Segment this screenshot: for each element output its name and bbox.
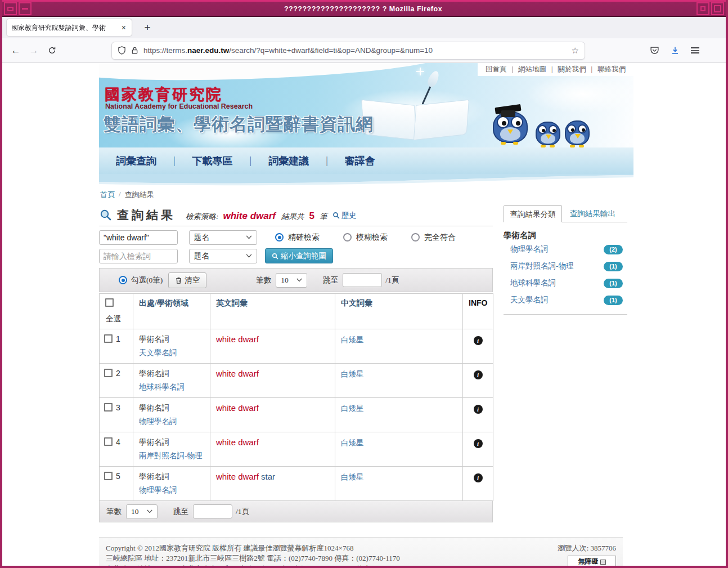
radio-precise[interactable]: 精確檢索 (275, 232, 320, 243)
select-all-checkbox[interactable] (105, 298, 114, 307)
close-icon (714, 5, 721, 12)
naer-logo[interactable]: 國家教育研究院 (105, 84, 223, 105)
jump-page-input-bottom[interactable] (193, 504, 232, 518)
chinese-term-link[interactable]: 白矮星 (341, 404, 364, 413)
history-search-icon (332, 212, 340, 219)
link-home[interactable]: 回首頁 (486, 65, 507, 74)
chinese-term-link[interactable]: 白矮星 (341, 473, 364, 481)
radio-exact-icon[interactable] (411, 233, 420, 241)
url-bar[interactable]: https://terms.naer.edu.tw/search/?q=whit… (111, 42, 585, 60)
accessibility-badge[interactable]: 無障礙 A⁺ccessibility (568, 556, 616, 566)
english-term-link[interactable]: white dwarf (216, 437, 259, 447)
pocket-icon[interactable] (650, 46, 659, 55)
radio-fuzzy[interactable]: 模糊檢索 (343, 232, 388, 243)
per-page-select[interactable]: 10 (276, 273, 307, 288)
copyright: Copyright © 2012國家教育研究院 版權所有 建議最佳瀏覽螢幕解析度… (106, 543, 616, 553)
link-contact[interactable]: 聯絡我們 (597, 65, 626, 74)
narrow-search-button[interactable]: 縮小查詢範圍 (265, 248, 333, 263)
jump-page-input[interactable] (343, 273, 382, 287)
english-term-link[interactable]: white dwarf (216, 369, 259, 378)
info-icon[interactable]: i (474, 405, 483, 414)
main-nav: 詞彙查詢 | 下載專區 | 詞彙建議 | 審譯會 (99, 147, 633, 174)
sidebar-item-earth-science[interactable]: 地球科學名詞 (1) (504, 275, 627, 292)
row-checkbox[interactable] (104, 369, 113, 377)
info-icon[interactable]: i (474, 439, 483, 448)
accessibility-window-icon (600, 560, 606, 565)
table-row: 2 學術名詞地球科學名詞 white dwarf 白矮星 i (100, 364, 493, 398)
lock-icon[interactable] (131, 46, 138, 55)
reload-icon (48, 46, 56, 55)
history-link[interactable]: 歷史 (332, 211, 356, 221)
row-checkbox[interactable] (104, 334, 113, 343)
tracking-shield-icon[interactable] (118, 46, 126, 55)
per-page-select-bottom[interactable]: 10 (126, 504, 158, 519)
narrow-term-input[interactable] (99, 249, 178, 263)
forward-button[interactable]: → (25, 45, 43, 56)
nav-downloads[interactable]: 下載專區 (192, 154, 233, 168)
chevron-down-icon (246, 254, 252, 258)
tab-result-export[interactable]: 查詢結果輸出 (570, 205, 615, 222)
row-checkbox[interactable] (104, 403, 113, 412)
sidebar-item-cross-strait-physics[interactable]: 兩岸對照名詞-物理 (1) (504, 258, 627, 275)
breadcrumb-home[interactable]: 首頁 (100, 190, 115, 200)
tab-result-categories[interactable]: 查詢結果分類 (504, 205, 562, 222)
site-title: 雙語詞彙、學術名詞暨辭書資訊網 (104, 113, 374, 136)
sidebar-item-physics[interactable]: 物理學名詞 (2) (504, 241, 627, 258)
category-link[interactable]: 天文學名詞 (139, 348, 204, 358)
chinese-term-link[interactable]: 白矮星 (341, 370, 364, 378)
radio-fuzzy-icon[interactable] (343, 233, 352, 241)
nav-term-suggestion[interactable]: 詞彙建議 (268, 154, 309, 168)
info-icon[interactable]: i (474, 370, 483, 379)
tab-close-icon[interactable]: × (120, 23, 127, 32)
window-titlebar: ????????????????????? ? Mozilla Firefox (2, 0, 726, 17)
field-select-2[interactable]: 題名 (189, 249, 257, 263)
nav-term-search[interactable]: 詞彙查詢 (116, 154, 156, 168)
window-maximize-button[interactable] (696, 2, 709, 15)
english-term-link[interactable]: white dwarf (216, 403, 259, 413)
browser-tab[interactable]: 國家教育研究院雙語詞彙、學術 × (7, 19, 132, 36)
strategy-label: 檢索策略: (186, 212, 219, 222)
minimize-icon (22, 8, 28, 10)
clear-button[interactable]: 清空 (168, 272, 206, 288)
english-term-link[interactable]: white dwarf (216, 334, 259, 344)
link-about[interactable]: 關於我們 (558, 65, 586, 74)
link-sitemap[interactable]: 網站地圖 (518, 65, 546, 74)
owl-graduate-mascot (493, 107, 530, 145)
wave-divider (99, 174, 633, 187)
category-link[interactable]: 地球科學名詞 (139, 382, 204, 392)
field-select-1[interactable]: 題名 (189, 230, 257, 245)
naer-logo-en: National Academy for Educational Researc… (105, 102, 253, 110)
radio-exact[interactable]: 完全符合 (411, 232, 456, 243)
info-icon[interactable]: i (474, 473, 483, 482)
window-close-button[interactable] (711, 2, 724, 15)
count-badge: (1) (604, 262, 623, 271)
address-line: 臺北院區 地址：106011臺北市大安區和平東路一段179號 電話：(02)77… (106, 564, 616, 566)
sidebar-item-astronomy[interactable]: 天文學名詞 (1) (504, 292, 627, 308)
radio-precise-icon[interactable] (275, 233, 284, 241)
downloads-icon[interactable] (671, 46, 680, 55)
new-tab-button[interactable]: + (140, 21, 155, 34)
menu-hamburger-icon[interactable] (691, 46, 699, 55)
nav-review-committee[interactable]: 審譯會 (345, 154, 375, 168)
category-link[interactable]: 兩岸對照名詞-物理 (139, 451, 204, 461)
narrow-search-icon (272, 253, 278, 260)
selection-indicator-icon[interactable] (119, 276, 127, 284)
english-term-link[interactable]: white dwarf star (216, 472, 275, 481)
window-minimize-button[interactable] (19, 2, 32, 15)
strategy-query: white dwarf (223, 211, 276, 222)
url-text[interactable]: https://terms.naer.edu.tw/search/?q=whit… (143, 46, 567, 55)
row-checkbox[interactable] (104, 472, 113, 480)
back-button[interactable]: ← (7, 45, 25, 56)
chinese-term-link[interactable]: 白矮星 (341, 439, 364, 447)
reload-button[interactable] (43, 46, 61, 55)
results-main: 查詢結果 檢索策略: white dwarf 結果共 5 筆 歷史 (99, 205, 493, 522)
category-link[interactable]: 物理學名詞 (139, 485, 204, 495)
window-menu-button[interactable] (4, 2, 17, 15)
row-checkbox[interactable] (104, 437, 113, 446)
search-term-input[interactable] (99, 230, 178, 245)
bookmark-star-icon[interactable]: ☆ (572, 46, 579, 56)
breadcrumb: 首頁 / 查詢結果 (100, 190, 632, 200)
category-link[interactable]: 物理學名詞 (139, 417, 204, 427)
info-icon[interactable]: i (474, 336, 483, 345)
chinese-term-link[interactable]: 白矮星 (341, 336, 364, 344)
